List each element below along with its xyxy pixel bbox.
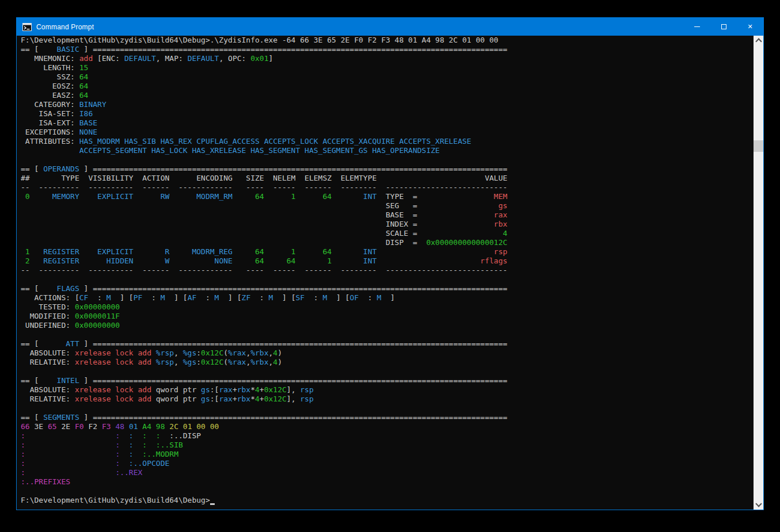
text-segment: == [ — [21, 339, 43, 348]
text-segment: 65 — [48, 422, 61, 431]
text-segment: HAS_MODRM HAS_SIB HAS_REX CPUFLAG_ACCESS… — [79, 137, 471, 146]
text-segment: : — [21, 459, 25, 468]
text-segment: INT — [332, 247, 376, 256]
text-segment: UNDEFINED: — [21, 321, 75, 330]
terminal-line: -- --------- ---------- ------ ---------… — [21, 183, 753, 192]
title-bar[interactable]: Command Prompt ✕ — [17, 18, 763, 36]
terminal-line: : : : :..MODRM — [21, 450, 753, 459]
text-segment: OF — [349, 293, 359, 302]
text-segment: : — [21, 431, 25, 440]
text-segment: MEM — [494, 192, 507, 201]
text-segment: : — [129, 441, 134, 449]
text-segment: ACCEPTS_SEGMENT HAS_LOCK HAS_XRELEASE HA… — [79, 146, 440, 155]
terminal-line: INDEX = rbx — [21, 220, 753, 229]
text-segment: ABSOLUTE: — [21, 385, 75, 394]
terminal-line — [21, 367, 753, 376]
text-segment: 0x12C — [201, 349, 223, 357]
scroll-up-button[interactable] — [754, 36, 763, 45]
text-segment: F3 — [102, 422, 115, 431]
text-segment — [120, 450, 129, 458]
terminal-line: == [ SEGMENTS ] ========================… — [21, 413, 753, 422]
text-segment: M — [106, 293, 111, 302]
terminal-line: EOSZ: 64 — [21, 82, 753, 91]
text-segment: ], — [287, 385, 300, 394]
text-segment: rax — [494, 210, 507, 219]
text-segment — [161, 431, 170, 440]
text-segment: ISA-SET: — [21, 109, 79, 118]
text-segment: 66 — [21, 422, 34, 431]
text-segment — [21, 146, 79, 155]
text-segment: INT — [332, 257, 376, 265]
maximize-button[interactable] — [710, 18, 737, 36]
text-segment — [120, 431, 129, 440]
text-segment: ) — [277, 349, 282, 357]
text-segment: == [ — [21, 413, 43, 422]
text-segment: : — [156, 431, 161, 440]
text-segment: OPERANDS — [43, 164, 79, 173]
text-segment: DISP = — [21, 238, 426, 247]
scroll-down-button[interactable] — [754, 500, 763, 510]
text-segment: :..SIB — [156, 441, 183, 449]
text-segment: %rax — [228, 349, 246, 357]
console: F:\Development\GitHub\zydis\Build64\Debu… — [17, 36, 763, 510]
terminal-line: RELATIVE: xrelease lock add qword ptr gs… — [21, 395, 753, 404]
terminal-line: == [ BASIC ] ===========================… — [21, 45, 753, 54]
text-segment — [120, 441, 129, 449]
terminal-line: ISA-SET: I86 — [21, 109, 753, 118]
text-segment: TESTED: — [21, 303, 75, 311]
terminal-line: EXCEPTIONS: NONE — [21, 128, 753, 137]
text-segment: rax — [219, 395, 232, 403]
text-segment: == [ — [21, 164, 43, 173]
text-segment: EOSZ: — [21, 82, 79, 90]
text-segment: == [ — [21, 45, 43, 53]
text-segment: 64 1 64 — [233, 192, 332, 201]
text-segment: : — [21, 468, 25, 477]
window-title: Command Prompt — [36, 23, 94, 31]
text-segment: EXCEPTIONS: — [21, 128, 79, 136]
text-segment: 2C 01 00 00 — [169, 422, 219, 431]
text-segment: EASZ: — [21, 91, 79, 99]
text-segment: CF — [79, 293, 89, 302]
text-segment: 2E — [61, 422, 74, 431]
text-segment: == [ — [21, 284, 43, 293]
text-segment: SSZ: — [21, 72, 79, 81]
text-segment: F2 — [88, 422, 101, 431]
text-segment — [376, 257, 480, 265]
scrollbar[interactable] — [754, 36, 763, 510]
text-segment: : — [129, 450, 134, 458]
text-segment: INTEL — [43, 376, 79, 385]
text-segment: AF — [188, 293, 197, 302]
close-button[interactable]: ✕ — [737, 18, 763, 36]
terminal-line: DISP = 0x000000000000012C — [21, 238, 753, 247]
text-segment: ## TYPE VISIBILITY ACTION ENCODING SIZE … — [21, 174, 507, 182]
terminal-line: : : : : : :..DISP — [21, 431, 753, 441]
console-output[interactable]: F:\Development\GitHub\zydis\Build64\Debu… — [21, 36, 753, 510]
text-segment: MNEMONIC: — [21, 54, 79, 63]
text-segment — [25, 468, 116, 477]
text-segment: MODIFIED: — [21, 312, 75, 320]
text-segment: RELATIVE: — [21, 358, 75, 366]
terminal-line: 0 MEMORY EXPLICIT RW MODRM_RM 64 1 64 IN… — [21, 192, 753, 201]
text-segment: ] ======================================… — [79, 45, 508, 53]
text-segment — [134, 431, 143, 440]
terminal-line: :..PREFIXES — [21, 477, 753, 487]
terminal-line: MODIFIED: 0x0000011F — [21, 312, 753, 321]
text-segment: SEGMENTS — [43, 413, 79, 422]
text-segment: ] — [381, 293, 394, 302]
scrollbar-thumb[interactable] — [754, 140, 763, 152]
text-segment: 0x12C — [264, 395, 287, 403]
text-segment: 0x000000000000012C — [426, 238, 507, 247]
text-segment: ATTRIBUTES: — [21, 137, 79, 146]
minimize-button[interactable] — [684, 18, 710, 36]
text-segment: CATEGORY: — [21, 100, 79, 109]
text-segment: , — [174, 358, 183, 366]
terminal-line: ISA-EXT: BASE — [21, 118, 753, 128]
text-segment: BASIC — [43, 45, 79, 53]
text-segment: %rax — [228, 358, 246, 366]
text-segment: ], — [287, 395, 300, 403]
window-controls: ✕ — [684, 18, 763, 36]
text-segment: : — [142, 431, 147, 440]
text-segment: : — [196, 293, 214, 302]
text-segment: xrelease lock add — [75, 385, 151, 394]
terminal-line: ATTRIBUTES: HAS_MODRM HAS_SIB HAS_REX CP… — [21, 137, 753, 146]
